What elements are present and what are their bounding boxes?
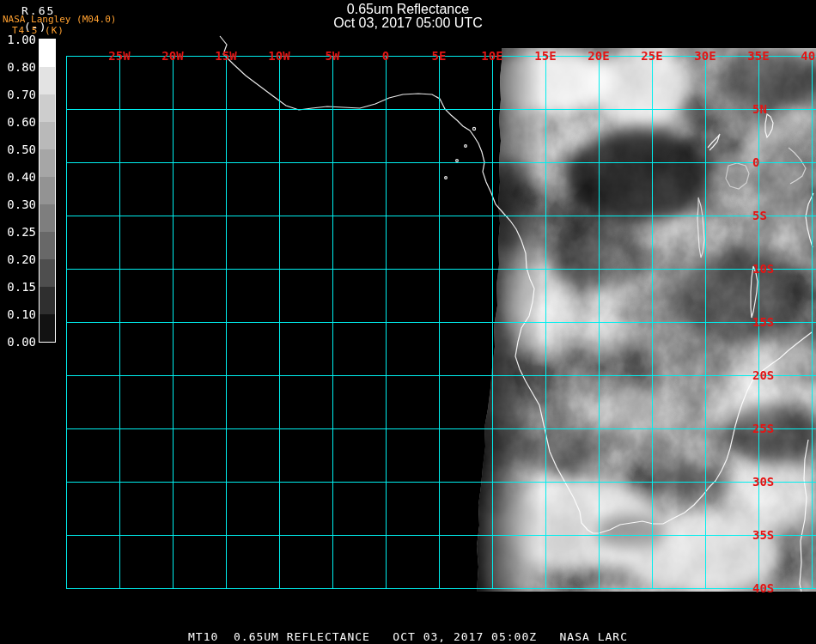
latitude-label: 0 [752, 156, 759, 168]
longitude-label: 35E [747, 50, 769, 62]
colorbar-tick-label: 0.50 [0, 143, 36, 155]
longitude-label: 40E [801, 50, 816, 62]
latitude-label: 35S [752, 529, 774, 541]
longitude-label: 5E [432, 50, 447, 62]
colorbar-segment [40, 177, 55, 204]
colorbar-segment [40, 67, 55, 94]
longitude-label: 30E [694, 50, 716, 62]
colorbar-tick-label: 0.10 [0, 308, 36, 320]
longitude-label: 10W [268, 50, 289, 62]
longitude-label: 15E [534, 50, 556, 62]
colorbar-segment [40, 314, 55, 342]
colorbar-segment [40, 149, 55, 177]
colorbar-tick-label: 0.60 [0, 116, 36, 128]
latitude-label: 20S [752, 369, 774, 381]
colorbar-gradient [39, 39, 56, 343]
colorbar-segment [40, 94, 55, 122]
colorbar-segment [40, 39, 55, 67]
colorbar-tick-label: 0.20 [0, 253, 36, 265]
longitude-label: 20E [588, 50, 609, 62]
map-coordinate-labels: 25W20W15W10W5W05E10E15E20E25E30E35E40E5N… [0, 0, 816, 644]
colorbar-tick-label: 0.30 [0, 198, 36, 210]
corner-annotations: R.65 NASA Langley (M04.0) (-) T4-5 (K) [0, 0, 189, 41]
latitude-label: 30S [752, 476, 774, 488]
latitude-label: 10S [752, 263, 774, 275]
colorbar-segment [40, 259, 55, 287]
latitude-label: 5N [752, 103, 767, 115]
colorbar-segment [40, 204, 55, 232]
longitude-label: 5W [326, 50, 340, 62]
colorbar-tick-label: 0.40 [0, 171, 36, 183]
latitude-label: 25S [752, 422, 774, 434]
longitude-label: 25W [108, 50, 130, 62]
colorbar-tick-label: 0.15 [0, 281, 36, 293]
alt-product-label: T4-5 (K) [12, 26, 64, 36]
footer-caption: MT10 0.65UM REFLECTANCE OCT 03, 2017 05:… [0, 631, 816, 642]
longitude-label: 20W [161, 50, 183, 62]
colorbar-tick-label: 0.00 [0, 336, 36, 348]
colorbar-segment [40, 287, 55, 314]
latitude-label: 40S [752, 582, 774, 594]
source-label: NASA Langley (M04.0) [3, 15, 116, 25]
colorbar-segment [40, 232, 55, 259]
latitude-label: 5S [752, 210, 767, 222]
colorbar-segment [40, 122, 55, 149]
colorbar-tick-label: 0.80 [0, 61, 36, 73]
longitude-label: 10E [481, 50, 502, 62]
latitude-label: 15S [752, 316, 774, 328]
colorbar-tick-label: 0.70 [0, 88, 36, 100]
longitude-label: 0 [382, 50, 389, 62]
colorbar-tick-label: 0.25 [0, 226, 36, 238]
longitude-label: 15W [215, 50, 236, 62]
satellite-image-viewer: 25W20W15W10W5W05E10E15E20E25E30E35E40E5N… [0, 0, 816, 644]
longitude-label: 25E [641, 50, 662, 62]
